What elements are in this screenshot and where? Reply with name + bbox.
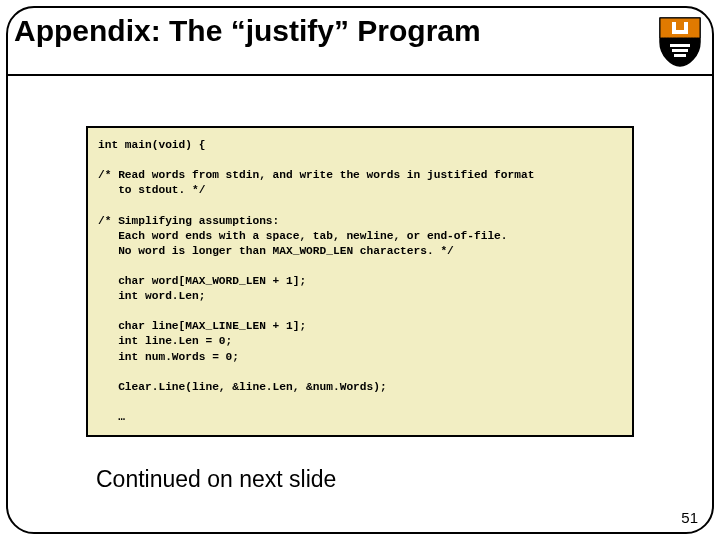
svg-rect-0 [670,44,690,47]
slide-title: Appendix: The “justify” Program [10,14,481,48]
svg-rect-2 [674,54,686,57]
princeton-shield-icon [658,16,702,68]
title-divider [7,74,713,76]
title-row: Appendix: The “justify” Program [10,14,710,68]
svg-rect-1 [672,49,688,52]
continued-text: Continued on next slide [96,466,336,493]
page-number: 51 [681,509,698,526]
code-block: int main(void) { /* Read words from stdi… [86,126,634,437]
